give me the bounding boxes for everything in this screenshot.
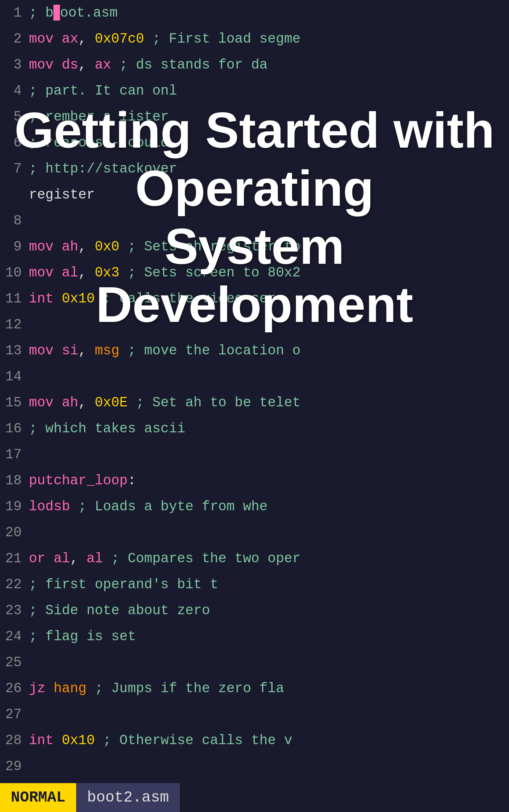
line-num-28: 28 xyxy=(0,728,29,754)
line-num-14: 14 xyxy=(0,364,29,390)
line-num-12: 12 xyxy=(0,312,29,338)
code-line-27: 27 xyxy=(0,702,509,728)
line-content-7: ; http://stackover xyxy=(29,156,177,182)
code-line-18: 18 putchar_loop: xyxy=(0,468,509,494)
code-area: 1 ; boot.asm 2 mov ax, 0x07c0 ; First lo… xyxy=(0,0,509,783)
code-line-5: 5 ; rember a lister xyxy=(0,104,509,130)
line-num-18: 18 xyxy=(0,468,29,494)
line-content-18: putchar_loop: xyxy=(29,468,136,494)
code-line-6: 6 ; reasons - could xyxy=(0,130,509,156)
code-line-17: 17 xyxy=(0,442,509,468)
code-line-20: 20 xyxy=(0,520,509,546)
line-num-5: 5 xyxy=(0,104,29,130)
line-content-2: mov ax, 0x07c0 ; First load segme xyxy=(29,26,301,52)
line-content-19: lodsb ; Loads a byte from whe xyxy=(29,494,267,520)
line-num-25: 25 xyxy=(0,650,29,676)
line-content-24: ; flag is set xyxy=(29,624,136,650)
line-num-29: 29 xyxy=(0,754,29,780)
line-num-8: 8 xyxy=(0,208,29,234)
line-content-register: register xyxy=(29,182,95,208)
line-num-11: 11 xyxy=(0,286,29,312)
line-content-28: int 0x10 ; Otherwise calls the v xyxy=(29,728,292,754)
line-content-9: mov ah, 0x0 ; Sets ah register to xyxy=(29,234,301,260)
code-line-4: 4 ; part. It can onl xyxy=(0,78,509,104)
status-filename: boot2.asm xyxy=(76,783,180,812)
code-line-8: 8 xyxy=(0,208,509,234)
code-line-13: 13 mov si, msg ; move the location o xyxy=(0,338,509,364)
line-num-17: 17 xyxy=(0,442,29,468)
line-content-13: mov si, msg ; move the location o xyxy=(29,338,301,364)
code-line-12: 12 xyxy=(0,312,509,338)
line-content-11: int 0x10 ; Calls the video ser xyxy=(29,286,276,312)
line-content-1: ; boot.asm xyxy=(29,0,118,26)
line-content-3: mov ds, ax ; ds stands for da xyxy=(29,52,267,78)
code-line-26: 26 jz hang ; Jumps if the zero fla xyxy=(0,676,509,702)
line-content-21: or al, al ; Compares the two oper xyxy=(29,546,301,572)
code-line-16: 16 ; which takes ascii xyxy=(0,416,509,442)
line-num-13: 13 xyxy=(0,338,29,364)
line-content-15: mov ah, 0x0E ; Set ah to be telet xyxy=(29,390,301,416)
line-num-21: 21 xyxy=(0,546,29,572)
code-line-15: 15 mov ah, 0x0E ; Set ah to be telet xyxy=(0,390,509,416)
line-content-16: ; which takes ascii xyxy=(29,416,185,442)
code-line-14: 14 xyxy=(0,364,509,390)
code-line-25: 25 xyxy=(0,650,509,676)
line-num-27: 27 xyxy=(0,702,29,728)
line-num-10: 10 xyxy=(0,260,29,286)
status-bar: NORMAL boot2.asm xyxy=(0,783,509,812)
line-num-1: 1 xyxy=(0,0,29,26)
line-num-16: 16 xyxy=(0,416,29,442)
code-line-24: 24 ; flag is set xyxy=(0,624,509,650)
line-num-23: 23 xyxy=(0,598,29,624)
code-line-9: 9 mov ah, 0x0 ; Sets ah register to xyxy=(0,234,509,260)
code-line-7: 7 ; http://stackover xyxy=(0,156,509,182)
code-line-22: 22 ; first operand's bit t xyxy=(0,572,509,598)
line-num-15: 15 xyxy=(0,390,29,416)
line-num-2: 2 xyxy=(0,26,29,52)
code-line-23: 23 ; Side note about zero xyxy=(0,598,509,624)
line-content-6: ; reasons - could xyxy=(29,130,169,156)
code-line-register: register xyxy=(0,182,509,208)
line-num-22: 22 xyxy=(0,572,29,598)
line-num-6: 6 xyxy=(0,130,29,156)
line-content-23: ; Side note about zero xyxy=(29,598,210,624)
code-line-21: 21 or al, al ; Compares the two oper xyxy=(0,546,509,572)
line-content-22: ; first operand's bit t xyxy=(29,572,218,598)
line-num-9: 9 xyxy=(0,234,29,260)
line-content-4: ; part. It can onl xyxy=(29,78,177,104)
code-line-29: 29 xyxy=(0,754,509,780)
code-line-1: 1 ; boot.asm xyxy=(0,0,509,26)
code-line-28: 28 int 0x10 ; Otherwise calls the v xyxy=(0,728,509,754)
code-line-2: 2 mov ax, 0x07c0 ; First load segme xyxy=(0,26,509,52)
line-num-3: 3 xyxy=(0,52,29,78)
code-line-19: 19 lodsb ; Loads a byte from whe xyxy=(0,494,509,520)
code-line-10: 10 mov al, 0x3 ; Sets screen to 80x2 xyxy=(0,260,509,286)
line-num-7: 7 xyxy=(0,156,29,182)
line-num-26: 26 xyxy=(0,676,29,702)
line-num-24: 24 xyxy=(0,624,29,650)
line-content-26: jz hang ; Jumps if the zero fla xyxy=(29,676,284,702)
line-content-10: mov al, 0x3 ; Sets screen to 80x2 xyxy=(29,260,301,286)
line-num-4: 4 xyxy=(0,78,29,104)
editor: 1 ; boot.asm 2 mov ax, 0x07c0 ; First lo… xyxy=(0,0,509,812)
line-num-20: 20 xyxy=(0,520,29,546)
status-mode: NORMAL xyxy=(0,783,76,812)
code-line-11: 11 int 0x10 ; Calls the video ser xyxy=(0,286,509,312)
line-content-5: ; rember a lister xyxy=(29,104,169,130)
code-line-3: 3 mov ds, ax ; ds stands for da xyxy=(0,52,509,78)
line-num-19: 19 xyxy=(0,494,29,520)
